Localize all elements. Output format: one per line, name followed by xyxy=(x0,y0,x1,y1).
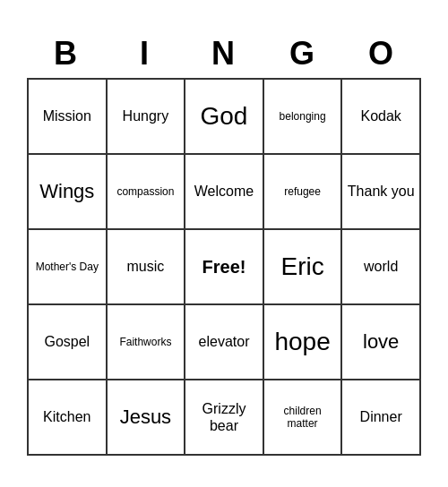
bingo-cell: Faithworks xyxy=(108,305,186,380)
header-letter: G xyxy=(263,31,342,78)
bingo-cell: Dinner xyxy=(342,380,421,456)
bingo-header: BINGO xyxy=(27,31,421,78)
bingo-grid: MissionHungryGodbelongingKodakWingscompa… xyxy=(27,78,421,456)
header-letter: B xyxy=(27,31,106,78)
cell-label: Dinner xyxy=(360,408,402,425)
bingo-cell: compassion xyxy=(108,155,186,230)
bingo-cell: Thank you xyxy=(342,155,421,230)
cell-label: Wings xyxy=(39,180,94,203)
header-letter: O xyxy=(342,31,421,78)
bingo-cell: belonging xyxy=(264,80,343,155)
cell-label: world xyxy=(364,258,398,275)
bingo-cell: love xyxy=(342,305,421,380)
bingo-cell: music xyxy=(108,230,186,305)
bingo-cell: refugee xyxy=(264,155,343,230)
bingo-cell: Kitchen xyxy=(29,380,108,456)
bingo-cell: Grizzly bear xyxy=(185,380,264,456)
cell-label: Gospel xyxy=(44,333,90,350)
header-letter: I xyxy=(106,31,185,78)
bingo-cell: elevator xyxy=(185,305,264,380)
cell-label: Eric xyxy=(280,252,323,282)
bingo-cell: children matter xyxy=(264,380,343,456)
cell-label: Mission xyxy=(43,107,91,124)
cell-label: Jesus xyxy=(120,406,171,429)
bingo-cell: hope xyxy=(264,305,343,380)
cell-label: refugee xyxy=(284,185,321,198)
bingo-cell: Wings xyxy=(29,155,108,230)
bingo-cell: Mission xyxy=(29,80,108,155)
bingo-card: BINGO MissionHungryGodbelongingKodakWing… xyxy=(18,22,430,465)
bingo-cell: Gospel xyxy=(29,305,108,380)
cell-label: God xyxy=(201,101,248,132)
bingo-cell: Eric xyxy=(264,230,343,305)
cell-label: Thank you xyxy=(348,183,415,200)
cell-label: Faithworks xyxy=(119,336,171,348)
bingo-cell: Free! xyxy=(185,230,264,305)
cell-label: Kodak xyxy=(361,107,401,124)
bingo-cell: Hungry xyxy=(108,80,186,155)
bingo-cell: world xyxy=(342,230,421,305)
cell-label: music xyxy=(127,258,165,275)
bingo-cell: God xyxy=(185,80,264,155)
cell-label: children matter xyxy=(268,405,338,431)
cell-label: Hungry xyxy=(123,107,169,124)
cell-label: Grizzly bear xyxy=(189,400,259,434)
cell-label: Kitchen xyxy=(43,408,90,425)
cell-label: elevator xyxy=(199,333,250,350)
cell-label: Welcome xyxy=(194,183,254,200)
cell-label: hope xyxy=(274,327,330,357)
bingo-cell: Mother's Day xyxy=(29,230,108,305)
cell-label: love xyxy=(363,330,399,354)
bingo-cell: Kodak xyxy=(342,80,421,155)
cell-label: Free! xyxy=(202,256,246,278)
bingo-cell: Jesus xyxy=(108,380,186,456)
cell-label: Mother's Day xyxy=(36,261,99,273)
bingo-cell: Welcome xyxy=(185,155,264,230)
header-letter: N xyxy=(185,31,263,78)
cell-label: belonging xyxy=(280,110,326,123)
cell-label: compassion xyxy=(116,185,174,198)
